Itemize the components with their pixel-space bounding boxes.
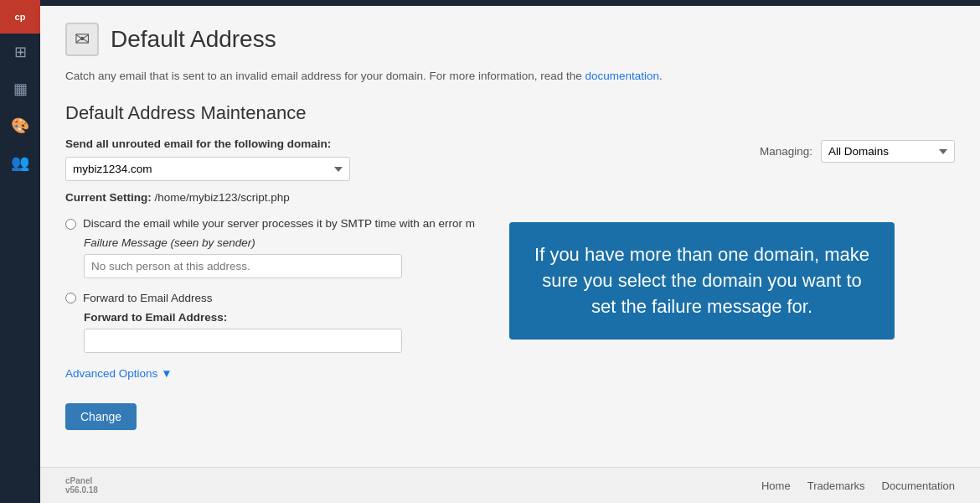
footer-logo-area: cPanel v56.0.18 xyxy=(65,476,98,495)
footer-logo-text: cPanel xyxy=(65,476,98,485)
footer-link-documentation[interactable]: Documentation xyxy=(882,480,955,492)
advanced-options-label: Advanced Options xyxy=(65,367,157,380)
footer-version: v56.0.18 xyxy=(65,485,98,495)
advanced-options-row: Advanced Options ▼ xyxy=(65,366,955,393)
section-title: Default Address Maintenance xyxy=(65,102,955,124)
discard-radio[interactable] xyxy=(65,219,76,230)
logo-text: cp xyxy=(15,12,26,22)
info-tooltip: If you have more than one domain, make s… xyxy=(509,222,895,340)
description-post: . xyxy=(659,70,663,82)
managing-row: Managing: All Domains xyxy=(760,140,955,163)
current-setting-value: /home/mybiz123/script.php xyxy=(155,191,290,204)
sidebar-item-chart[interactable]: ▦ xyxy=(0,70,40,107)
page-description: Catch any email that is sent to an inval… xyxy=(65,70,955,82)
managing-label: Managing: xyxy=(760,145,812,158)
domain-select[interactable]: mybiz1234.com xyxy=(65,157,350,181)
page-content: ✉ Default Address Catch any email that i… xyxy=(40,6,980,467)
topbar xyxy=(40,0,980,6)
page-title: Default Address xyxy=(111,26,276,53)
sidebar-item-grid[interactable]: ⊞ xyxy=(0,34,40,70)
page-header-icon: ✉ xyxy=(65,23,99,56)
domain-select-wrapper: mybiz1234.com xyxy=(65,157,350,181)
managing-select[interactable]: All Domains xyxy=(821,140,955,163)
footer-logo: cPanel v56.0.18 xyxy=(65,476,98,495)
failure-message-input[interactable] xyxy=(84,254,402,278)
footer-link-trademarks[interactable]: Trademarks xyxy=(807,480,865,492)
tooltip-text: If you have more than one domain, make s… xyxy=(534,244,869,317)
current-setting: Current Setting: /home/mybiz123/script.p… xyxy=(65,191,955,204)
current-setting-label: Current Setting: xyxy=(65,191,152,204)
forward-email-input[interactable] xyxy=(84,329,402,353)
sidebar-item-palette[interactable]: 🎨 xyxy=(0,107,40,144)
change-button[interactable]: Change xyxy=(65,403,137,430)
main-content: ✉ Default Address Catch any email that i… xyxy=(40,0,980,503)
description-pre: Catch any email that is sent to an inval… xyxy=(65,70,585,82)
advanced-options-arrow: ▼ xyxy=(161,367,172,380)
footer: cPanel v56.0.18 Home Trademarks Document… xyxy=(40,467,980,503)
page-header: ✉ Default Address xyxy=(65,23,955,56)
sidebar-logo: cp xyxy=(0,0,40,34)
discard-label: Discard the email while your server proc… xyxy=(83,217,475,230)
sidebar-item-users[interactable]: 👥 xyxy=(0,144,40,181)
advanced-options-link[interactable]: Advanced Options ▼ xyxy=(65,367,173,380)
forward-radio[interactable] xyxy=(65,293,76,303)
forward-label: Forward to Email Address xyxy=(83,292,213,304)
footer-link-home[interactable]: Home xyxy=(761,480,791,492)
email-icon: ✉ xyxy=(75,29,90,50)
documentation-link[interactable]: documentation xyxy=(585,70,660,82)
sidebar: cp ⊞ ▦ 🎨 👥 xyxy=(0,0,40,503)
footer-links: Home Trademarks Documentation xyxy=(761,480,955,492)
